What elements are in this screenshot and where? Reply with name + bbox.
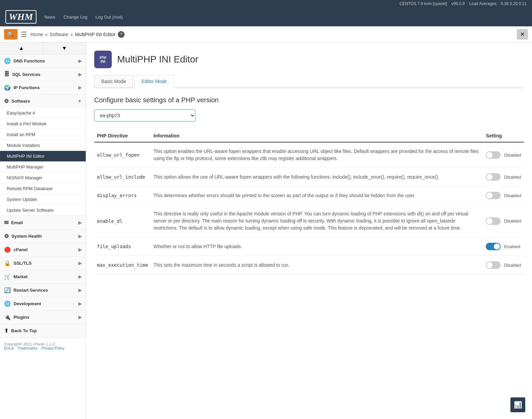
- restart-label: Restart Services: [14, 288, 48, 293]
- directive-name: max_execution_time: [94, 256, 151, 274]
- sidebar-item-dns-functions[interactable]: 🌐 DNS Functions ▶: [0, 54, 86, 68]
- sidebar-item-ip-functions[interactable]: 🌍 IP Functions ▶: [0, 81, 86, 94]
- directive-setting: Disabled: [483, 256, 524, 274]
- directive-info: This option allows the use of URL-aware …: [151, 168, 483, 186]
- directive-name: display_errors: [94, 186, 151, 205]
- sidebar-item-update-server[interactable]: Update Server Software: [0, 205, 86, 216]
- toggle-switch[interactable]: [486, 217, 501, 225]
- development-label: Development: [14, 301, 41, 306]
- sidebar-item-plugins[interactable]: 🔌 Plugins ▶: [0, 311, 86, 324]
- sidebar-item-market[interactable]: 🛒 Market ▶: [0, 270, 86, 283]
- sidebar-item-install-rpm[interactable]: Install an RPM: [0, 129, 86, 140]
- toggle-switch[interactable]: [486, 151, 501, 159]
- search-bar: 🔍 ☰ Home » Software » MultiPHP INI Edito…: [0, 26, 532, 43]
- plugins-icon: 🔌: [4, 314, 11, 320]
- php-version-select[interactable]: ea-php73 ea-php74 ea-php80 ea-php81: [94, 109, 195, 122]
- directives-table: PHP Directive Information Setting allow_…: [94, 130, 524, 274]
- breadcrumb-home[interactable]: Home: [30, 32, 43, 37]
- footer-privacy[interactable]: Privacy Policy: [42, 346, 64, 350]
- close-button[interactable]: ✕: [517, 29, 528, 40]
- sidebar-item-multiphp-ini-editor[interactable]: MultiPHP INI Editor: [0, 151, 86, 162]
- sidebar-item-cpanel[interactable]: 🔴 cPanel ▶: [0, 243, 86, 256]
- directive-info: This option enables the URL-aware fopen …: [151, 142, 483, 168]
- col-setting: Setting: [483, 130, 524, 142]
- toggle-switch[interactable]: [486, 261, 501, 269]
- breadcrumb-sep2: »: [70, 32, 73, 37]
- hamburger-icon[interactable]: ☰: [21, 30, 27, 38]
- sidebar-item-back-to-top[interactable]: ⬆ Back To Top: [0, 324, 86, 337]
- sidebar-item-system-health[interactable]: ⚙ System Health ▶: [0, 230, 86, 243]
- tab-editor[interactable]: Editor Mode: [134, 75, 174, 88]
- sidebar: ▲ ▼ 🌐 DNS Functions ▶ 🗄 SQL Services ▶ 🌍…: [0, 43, 86, 419]
- nav-news[interactable]: News: [45, 15, 56, 20]
- sidebar-section-sql: 🗄 SQL Services ▶: [0, 68, 86, 81]
- cpanel-label: cPanel: [14, 247, 28, 252]
- breadcrumb-software[interactable]: Software: [50, 32, 68, 37]
- sidebar-item-sql-services[interactable]: 🗄 SQL Services ▶: [0, 68, 86, 81]
- dns-label: DNS Functions: [14, 58, 45, 63]
- ip-label: IP Functions: [14, 85, 40, 90]
- logo: WHM: [5, 10, 36, 24]
- col-directive: PHP Directive: [94, 130, 151, 142]
- sidebar-item-easyapache4[interactable]: EasyApache 4: [0, 108, 86, 119]
- sidebar-item-system-update[interactable]: System Update: [0, 194, 86, 205]
- help-icon[interactable]: ?: [118, 31, 125, 38]
- header-nav: News Change Log Log Out (root): [45, 14, 130, 20]
- stats-icon[interactable]: 📊: [510, 397, 525, 412]
- syshealth-icon: ⚙: [4, 233, 9, 239]
- sidebar-section-dns: 🌐 DNS Functions ▶: [0, 54, 86, 68]
- syshealth-label: System Health: [11, 234, 42, 239]
- footer-eula[interactable]: EULA: [4, 346, 14, 350]
- ssl-label: SSL/TLS: [14, 261, 31, 266]
- sidebar-item-multiphp-manager[interactable]: MultiPHP Manager: [0, 162, 86, 173]
- layout: ▲ ▼ 🌐 DNS Functions ▶ 🗄 SQL Services ▶ 🌍…: [0, 43, 532, 419]
- col-information: Information: [151, 130, 483, 142]
- sidebar-section-email: ✉ Email ▶: [0, 216, 86, 230]
- table-header-row: PHP Directive Information Setting: [94, 130, 524, 142]
- sql-icon: 🗄: [4, 71, 9, 77]
- table-row: display_errorsThis determines whether er…: [94, 186, 524, 205]
- toggle-label: Disabled: [504, 175, 521, 180]
- sidebar-item-nginx-manager[interactable]: NGINX® Manager: [0, 173, 86, 183]
- dns-icon: 🌐: [4, 58, 11, 64]
- sidebar-item-development[interactable]: 🌐 Development ▶: [0, 297, 86, 310]
- load-averages-values: 0.36 0.20 0.11: [501, 1, 527, 6]
- tab-basic[interactable]: Basic Mode: [94, 75, 133, 87]
- breadcrumb-current: MultiPHP INI Editor: [75, 32, 115, 37]
- directive-info: Whether or not to allow HTTP file upload…: [151, 237, 483, 256]
- plugins-arrow: ▶: [78, 315, 82, 320]
- sidebar-item-email[interactable]: ✉ Email ▶: [0, 216, 86, 229]
- development-arrow: ▶: [78, 301, 82, 306]
- dns-arrow: ▶: [78, 58, 82, 63]
- toggle-switch[interactable]: [486, 192, 501, 199]
- directive-name: allow_url_include: [94, 168, 151, 186]
- sidebar-item-restart-services[interactable]: 🔄 Restart Services ▶: [0, 284, 86, 297]
- sidebar-item-install-perl[interactable]: Install a Perl Module: [0, 119, 86, 129]
- directive-setting: Disabled: [483, 142, 524, 168]
- sidebar-section-market: 🛒 Market ▶: [0, 270, 86, 284]
- breadcrumb-sep1: »: [45, 32, 48, 37]
- footer-trademarks[interactable]: Trademarks: [18, 346, 37, 350]
- sidebar-item-software-header[interactable]: ⚙ Software ▼: [0, 95, 86, 108]
- table-row: max_execution_timeThis sets the maximum …: [94, 256, 524, 274]
- sidebar-item-rebuild-rpm[interactable]: Rebuild RPM Database: [0, 183, 86, 194]
- sidebar-section-cpanel: 🔴 cPanel ▶: [0, 243, 86, 257]
- sidebar-nav-up[interactable]: ▲: [0, 43, 43, 54]
- sql-label: SQL Services: [12, 72, 41, 77]
- copyright-text: Copyright© 2021 cPanel, L.L.C.: [4, 342, 56, 346]
- toggle-switch[interactable]: [486, 243, 501, 250]
- market-arrow: ▶: [78, 274, 82, 279]
- nav-logout[interactable]: Log Out (root): [96, 15, 123, 20]
- search-button[interactable]: 🔍: [4, 29, 18, 40]
- syshealth-arrow: ▶: [78, 234, 82, 239]
- email-arrow: ▶: [78, 220, 82, 225]
- sidebar-nav-down[interactable]: ▼: [43, 43, 86, 54]
- main-content: php INI MultiPHP INI Editor Basic Mode E…: [86, 43, 532, 419]
- toggle-switch[interactable]: [486, 173, 501, 181]
- page-icon-line1: php: [100, 55, 106, 59]
- email-label: Email: [11, 220, 23, 225]
- sidebar-item-ssl-tls[interactable]: 🔒 SSL/TLS ▶: [0, 257, 86, 270]
- nav-changelog[interactable]: Change Log: [63, 15, 87, 20]
- table-row: file_uploadsWhether or not to allow HTTP…: [94, 237, 524, 256]
- sidebar-item-module-installers[interactable]: Module Installers: [0, 140, 86, 151]
